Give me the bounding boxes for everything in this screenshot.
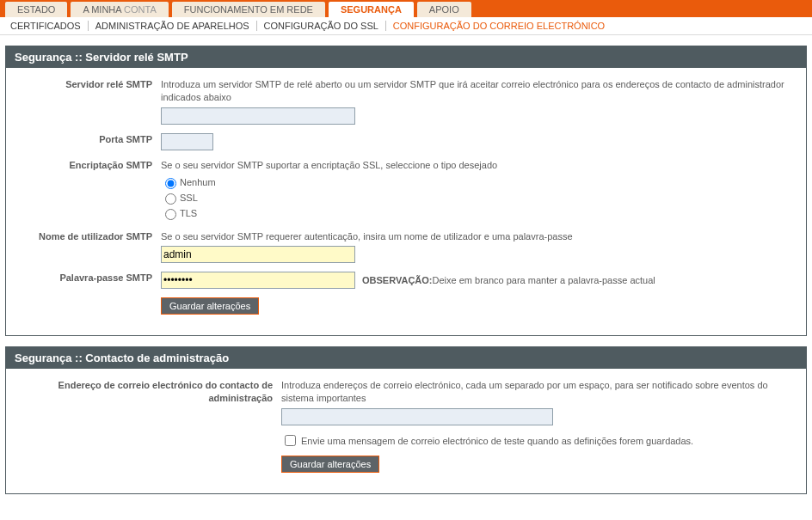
tab-conta[interactable]: A MINHA CONTA — [71, 2, 168, 17]
admin-save-button[interactable]: Guardar alterações — [281, 456, 379, 473]
admin-email-label: Endereço de correio electrónico do conta… — [15, 379, 281, 405]
admin-test-email-label: Envie uma mensagem de correio electrónic… — [301, 436, 693, 446]
panel-smtp-relay-title: Segurança :: Servidor relé SMTP — [6, 46, 806, 68]
smtp-username-input[interactable] — [161, 246, 355, 263]
smtp-encryption-label: Encriptação SMTP — [15, 159, 161, 172]
primary-tab-bar: ESTADO A MINHA CONTA FUNCIONAMENTO EM RE… — [0, 0, 812, 17]
smtp-encryption-tls-label: TLS — [180, 208, 197, 218]
smtp-relay-input[interactable] — [161, 107, 355, 125]
smtp-port-label: Porta SMTP — [15, 133, 161, 146]
smtp-password-note: Deixe em branco para manter a palavra-pa… — [433, 275, 655, 285]
tab-conta-b: CONTA — [124, 4, 157, 15]
panel-smtp-relay-body: Servidor relé SMTP Introduza um servidor… — [6, 68, 806, 335]
smtp-encryption-ssl-label: SSL — [180, 193, 198, 203]
panel-admin-contact: Segurança :: Contacto de administração E… — [5, 346, 807, 494]
smtp-username-desc: Se o seu servidor SMTP requerer autentic… — [161, 230, 797, 243]
smtp-encryption-ssl-radio[interactable] — [165, 193, 176, 205]
smtp-encryption-none-label: Nenhum — [180, 177, 216, 187]
tab-rede[interactable]: FUNCIONAMENTO EM REDE — [172, 2, 325, 17]
admin-email-input[interactable] — [281, 408, 553, 425]
smtp-password-input[interactable] — [161, 272, 355, 289]
smtp-save-button[interactable]: Guardar alterações — [161, 297, 259, 315]
tab-apoio[interactable]: APOIO — [417, 2, 471, 17]
subtab-admin-aparelhos[interactable]: ADMINISTRAÇÃO DE APARELHOS — [89, 21, 257, 31]
tab-seguranca[interactable]: SEGURANÇA — [329, 2, 414, 17]
secondary-tab-bar: CERTIFICADOS ADMINISTRAÇÃO DE APARELHOS … — [0, 17, 812, 35]
smtp-password-label: Palavra-passe SMTP — [15, 272, 161, 284]
smtp-password-note-bold: OBSERVAÇÃO: — [362, 275, 433, 285]
panel-smtp-relay: Segurança :: Servidor relé SMTP Servidor… — [5, 46, 807, 336]
smtp-encryption-none-radio[interactable] — [165, 178, 176, 189]
smtp-port-input[interactable] — [161, 133, 213, 150]
tab-conta-a: A MINHA — [83, 4, 124, 15]
subtab-config-ssl[interactable]: CONFIGURAÇÃO DO SSL — [257, 21, 386, 31]
admin-test-email-checkbox[interactable] — [285, 435, 296, 446]
smtp-encryption-tls-radio[interactable] — [165, 209, 176, 220]
subtab-certificados[interactable]: CERTIFICADOS — [3, 21, 89, 31]
smtp-relay-label: Servidor relé SMTP — [15, 78, 161, 91]
subtab-config-correio[interactable]: CONFIGURAÇÃO DO CORREIO ELECTRÓNICO — [386, 21, 612, 31]
tab-estado[interactable]: ESTADO — [5, 2, 67, 17]
smtp-username-label: Nome de utilizador SMTP — [15, 230, 161, 243]
panel-admin-contact-body: Endereço de correio electrónico do conta… — [6, 369, 806, 493]
smtp-relay-desc: Introduza um servidor SMTP de relé abert… — [161, 78, 797, 104]
panel-admin-contact-title: Segurança :: Contacto de administração — [6, 347, 806, 369]
admin-email-desc: Introduza endereços de correio electróni… — [281, 379, 797, 405]
smtp-encryption-desc: Se o seu servidor SMTP suportar a encrip… — [161, 159, 797, 172]
